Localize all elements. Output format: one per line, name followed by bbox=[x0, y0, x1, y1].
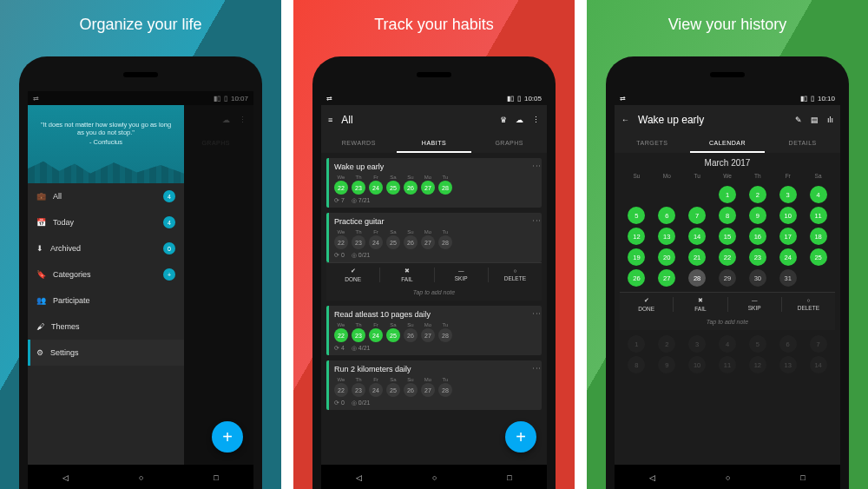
calendar-day[interactable]: 31 bbox=[779, 269, 797, 287]
habit-day-dot[interactable]: 27 bbox=[421, 181, 435, 195]
tab-habits[interactable]: HABITS bbox=[397, 135, 472, 153]
habit-day-dot[interactable]: 27 bbox=[421, 328, 435, 342]
calendar-day[interactable]: 22 bbox=[719, 248, 736, 266]
habit-day-dot[interactable]: 22 bbox=[334, 235, 348, 249]
back-button[interactable]: ◁ bbox=[356, 473, 362, 482]
pencil-icon[interactable]: ✎ bbox=[795, 116, 802, 124]
stats-icon[interactable]: ılı bbox=[827, 116, 833, 124]
calendar-day[interactable]: 21 bbox=[688, 248, 706, 266]
calendar-day[interactable]: 10 bbox=[779, 207, 797, 224]
action-skip[interactable]: —SKIP bbox=[435, 268, 489, 282]
overflow-icon[interactable]: ⋮ bbox=[535, 309, 538, 318]
habit-day-dot[interactable]: 28 bbox=[438, 328, 452, 342]
habit-day-dot[interactable]: 25 bbox=[386, 383, 400, 397]
drawer-item-participate[interactable]: 👥Participate bbox=[28, 287, 184, 314]
habit-day-dot[interactable]: 24 bbox=[369, 383, 383, 397]
habit-day-dot[interactable]: 22 bbox=[334, 383, 348, 397]
action-skip[interactable]: —SKIP bbox=[728, 297, 782, 312]
habit-day-dot[interactable]: 27 bbox=[421, 235, 435, 249]
drawer-item-themes[interactable]: 🖌Themes bbox=[28, 314, 184, 340]
habit-card[interactable]: Wake up early⋮We22Th23Fr24Sa25Su26Mo27Tu… bbox=[326, 158, 542, 208]
habit-day-dot[interactable]: 22 bbox=[334, 328, 348, 342]
habit-day-dot[interactable]: 23 bbox=[352, 328, 365, 342]
overflow-icon[interactable]: ⋮ bbox=[532, 116, 540, 124]
habit-day-dot[interactable]: 26 bbox=[404, 328, 418, 342]
habit-day-dot[interactable]: 24 bbox=[369, 181, 383, 195]
calendar-day[interactable]: 12 bbox=[628, 228, 645, 245]
habit-day-dot[interactable]: 24 bbox=[369, 328, 383, 342]
habit-day-dot[interactable]: 28 bbox=[438, 181, 452, 195]
habit-day-dot[interactable]: 28 bbox=[438, 383, 452, 397]
calendar-day[interactable]: 27 bbox=[658, 269, 675, 287]
recents-button[interactable]: □ bbox=[507, 473, 511, 482]
action-delete[interactable]: ○DELETE bbox=[489, 268, 542, 282]
calendar-day[interactable]: 18 bbox=[810, 228, 827, 245]
cloud-icon[interactable]: ☁ bbox=[516, 116, 523, 124]
calendar-day[interactable]: 5 bbox=[628, 207, 645, 224]
calendar-day[interactable]: 28 bbox=[688, 269, 706, 287]
tab-graphs[interactable]: GRAPHS bbox=[471, 135, 547, 153]
habit-day-dot[interactable]: 25 bbox=[386, 328, 400, 342]
fab-add[interactable]: + bbox=[505, 421, 536, 453]
action-delete[interactable]: ○DELETE bbox=[782, 297, 835, 312]
calendar-day[interactable]: 29 bbox=[719, 269, 736, 287]
calendar-day[interactable]: 9 bbox=[749, 207, 766, 224]
habit-day-dot[interactable]: 28 bbox=[438, 235, 452, 249]
calendar-day[interactable]: 24 bbox=[779, 248, 797, 266]
crown-icon[interactable]: ♛ bbox=[500, 116, 507, 124]
home-button[interactable]: ○ bbox=[432, 473, 437, 482]
habit-day-dot[interactable]: 24 bbox=[369, 235, 383, 249]
overflow-icon[interactable]: ⋮ bbox=[535, 216, 538, 225]
habit-day-dot[interactable]: 22 bbox=[334, 181, 348, 195]
overflow-icon[interactable]: ⋮ bbox=[535, 364, 538, 373]
calendar-day[interactable]: 14 bbox=[688, 228, 706, 245]
fab-add[interactable]: + bbox=[212, 421, 243, 453]
calendar-day[interactable]: 7 bbox=[688, 207, 706, 224]
habit-day-dot[interactable]: 26 bbox=[404, 181, 418, 195]
calendar-day[interactable]: 30 bbox=[749, 269, 766, 287]
habit-card[interactable]: Run 2 kilometers daily⋮We22Th23Fr24Sa25S… bbox=[326, 360, 542, 410]
calendar-day[interactable]: 19 bbox=[628, 248, 645, 266]
habit-day-dot[interactable]: 26 bbox=[404, 235, 418, 249]
tab-calendar[interactable]: CALENDAR bbox=[690, 135, 766, 153]
calendar-day[interactable]: 1 bbox=[719, 186, 736, 203]
action-fail[interactable]: ✖FAIL bbox=[380, 268, 434, 282]
drawer-item-categories[interactable]: 🔖Categories+ bbox=[28, 261, 184, 287]
note-icon[interactable]: ▤ bbox=[811, 116, 819, 124]
action-fail[interactable]: ✖FAIL bbox=[674, 297, 727, 312]
calendar-day[interactable]: 4 bbox=[810, 186, 827, 203]
calendar-day[interactable]: 16 bbox=[749, 228, 766, 245]
overflow-icon[interactable]: ⋮ bbox=[535, 162, 538, 170]
calendar-day[interactable]: 15 bbox=[719, 228, 736, 245]
calendar-day[interactable]: 8 bbox=[719, 207, 736, 224]
calendar-day[interactable]: 20 bbox=[658, 248, 675, 266]
action-done[interactable]: ✔DONE bbox=[326, 268, 380, 282]
calendar-day[interactable]: 17 bbox=[779, 228, 797, 245]
back-button[interactable]: ◁ bbox=[649, 473, 655, 482]
habit-card[interactable]: Practice guitar⋮We22Th23Fr24Sa25Su26Mo27… bbox=[326, 213, 542, 262]
drawer-item-settings[interactable]: ⚙Settings bbox=[28, 340, 184, 366]
calendar-day[interactable]: 3 bbox=[779, 186, 797, 203]
back-button[interactable]: ◁ bbox=[62, 473, 69, 482]
calendar-day[interactable]: 25 bbox=[810, 248, 827, 266]
add-note-hint[interactable]: Tap to add note bbox=[620, 316, 835, 330]
tab-rewards[interactable]: REWARDS bbox=[321, 135, 397, 153]
habit-day-dot[interactable]: 27 bbox=[421, 383, 435, 397]
recents-button[interactable]: □ bbox=[800, 473, 805, 482]
drawer-item-today[interactable]: 📅Today4 bbox=[28, 209, 184, 235]
calendar-day[interactable]: 11 bbox=[810, 207, 827, 224]
drawer-item-all[interactable]: 💼All4 bbox=[28, 183, 184, 209]
hamburger-icon[interactable]: ≡ bbox=[328, 116, 332, 124]
tab-details[interactable]: DETAILS bbox=[765, 135, 840, 153]
habit-card[interactable]: Read atleast 10 pages daily⋮We22Th23Fr24… bbox=[326, 306, 542, 355]
add-note-hint[interactable]: Tap to add note bbox=[326, 287, 542, 301]
recents-button[interactable]: □ bbox=[214, 473, 218, 482]
drawer-item-archived[interactable]: ⬇Archived0 bbox=[28, 235, 184, 261]
home-button[interactable]: ○ bbox=[139, 473, 143, 482]
calendar-day[interactable]: 23 bbox=[749, 248, 766, 266]
calendar-day[interactable]: 2 bbox=[749, 186, 766, 203]
habit-day-dot[interactable]: 25 bbox=[386, 235, 400, 249]
calendar-day[interactable]: 26 bbox=[628, 269, 645, 287]
habit-day-dot[interactable]: 23 bbox=[352, 383, 365, 397]
calendar-day[interactable]: 13 bbox=[658, 228, 675, 245]
